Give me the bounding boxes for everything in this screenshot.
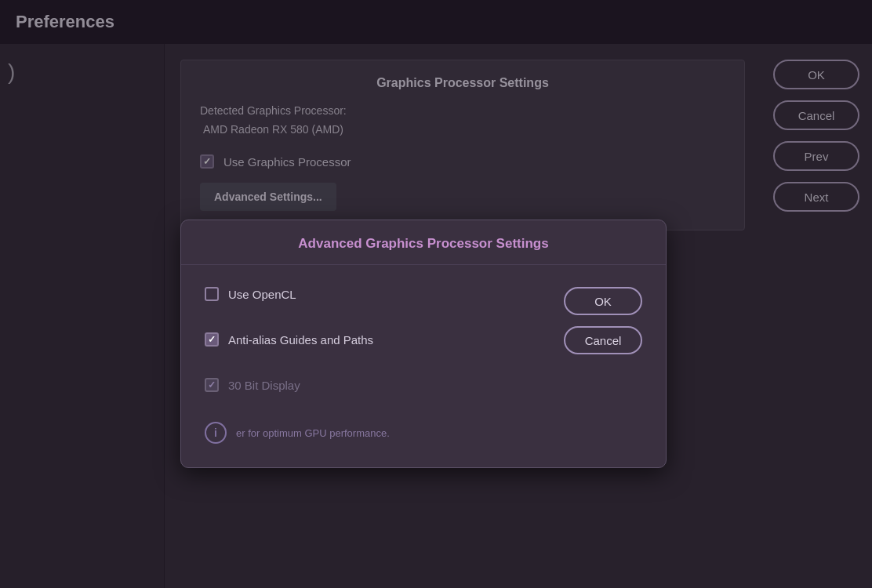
advanced-dialog-title: Advanced Graphics Processor Settings [181, 220, 666, 265]
anti-alias-row: Anti-alias Guides and Paths [205, 332, 540, 347]
dialog-overlay: Advanced Graphics Processor Settings Use… [0, 0, 872, 588]
info-icon: i [205, 422, 227, 444]
30bit-checkbox [205, 378, 219, 392]
use-opencl-checkbox[interactable] [205, 287, 219, 301]
advanced-dialog-body: Use OpenCL Anti-alias Guides and Paths 3… [181, 265, 666, 406]
info-text: er for optimum GPU performance. [236, 427, 390, 439]
advanced-ok-button[interactable]: OK [564, 287, 642, 315]
advanced-cancel-button[interactable]: Cancel [564, 326, 642, 354]
advanced-dialog-buttons: OK Cancel [540, 287, 642, 406]
advanced-dialog: Advanced Graphics Processor Settings Use… [180, 220, 667, 468]
info-row: i er for optimum GPU performance. [181, 406, 666, 444]
advanced-options-list: Use OpenCL Anti-alias Guides and Paths 3… [205, 287, 540, 406]
use-opencl-row: Use OpenCL [205, 287, 540, 301]
anti-alias-label: Anti-alias Guides and Paths [228, 333, 373, 347]
use-opencl-label: Use OpenCL [228, 288, 296, 301]
30bit-label: 30 Bit Display [228, 379, 300, 392]
anti-alias-checkbox[interactable] [205, 332, 219, 347]
30bit-row: 30 Bit Display [205, 378, 540, 392]
